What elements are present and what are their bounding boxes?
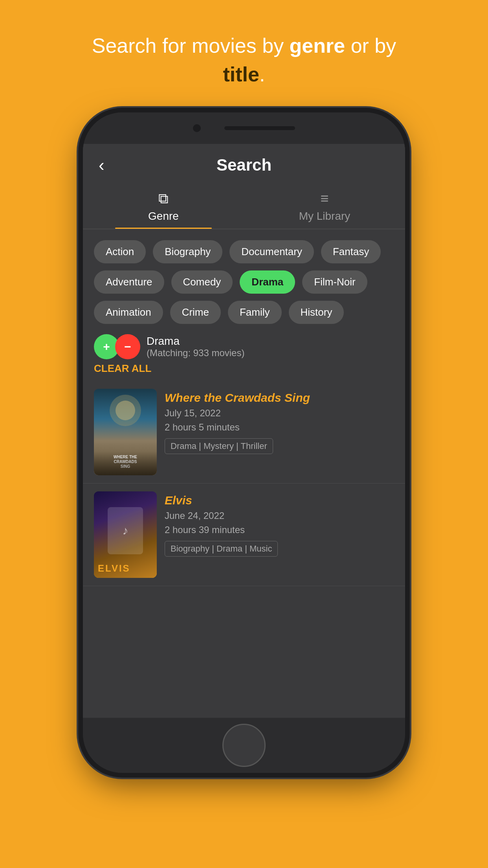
hero-title-word: title	[223, 63, 259, 86]
movie-genres-crawdads: Drama | Mystery | Thriller	[165, 438, 273, 454]
tab-genre[interactable]: ⧉ Genre	[83, 182, 244, 229]
movie-info-crawdads: Where the Crawdads Sing July 15, 2022 2 …	[165, 389, 394, 454]
genre-icon: ⧉	[158, 190, 169, 207]
clear-row: CLEAR ALL	[83, 362, 405, 381]
filter-icons: + −	[94, 334, 140, 359]
movie-item-elvis[interactable]: ♪ ELVIS Elvis June 24, 2022 2 hours 39 m…	[83, 484, 405, 586]
phone-screen: ‹ Search ⧉ Genre ≡ My Library Action Bio…	[83, 144, 405, 718]
movie-item-crawdads[interactable]: WHERE THECRAWDADSSING Where the Crawdads…	[83, 381, 405, 484]
genre-grid: Action Biography Documentary Fantasy Adv…	[83, 229, 405, 328]
movie-poster-elvis: ♪ ELVIS	[94, 491, 157, 578]
genre-chip-family[interactable]: Family	[228, 301, 282, 324]
screen-header: ‹ Search	[83, 144, 405, 175]
filter-match-count: (Matching: 933 movies)	[147, 348, 394, 359]
movie-duration-elvis: 2 hours 39 minutes	[165, 524, 394, 535]
genre-chip-fantasy[interactable]: Fantasy	[321, 240, 381, 263]
screen-title: Search	[216, 156, 272, 175]
genre-chip-biography[interactable]: Biography	[153, 240, 222, 263]
filter-info: Drama (Matching: 933 movies)	[147, 335, 394, 359]
movie-genres-elvis: Biography | Drama | Music	[165, 541, 278, 557]
filter-row: + − Drama (Matching: 933 movies)	[83, 328, 405, 362]
movies-list: WHERE THECRAWDADSSING Where the Crawdads…	[83, 381, 405, 718]
back-button[interactable]: ‹	[99, 155, 105, 175]
genre-chip-action[interactable]: Action	[94, 240, 146, 263]
phone-bottom	[83, 718, 405, 773]
genre-chip-documentary[interactable]: Documentary	[229, 240, 314, 263]
movie-title-crawdads: Where the Crawdads Sing	[165, 391, 394, 405]
hero-line1: Search for movies by genre or by	[92, 34, 396, 57]
genre-chip-history[interactable]: History	[289, 301, 344, 324]
filter-genre-name: Drama	[147, 335, 394, 348]
movie-poster-crawdads: WHERE THECRAWDADSSING	[94, 389, 157, 475]
poster-crawdads-text: WHERE THECRAWDADSSING	[95, 452, 155, 472]
phone-top-bar	[83, 112, 405, 144]
clear-all-button[interactable]: CLEAR ALL	[94, 362, 394, 375]
movie-date-crawdads: July 15, 2022	[165, 408, 394, 419]
home-button[interactable]	[222, 724, 266, 767]
genre-chip-animation[interactable]: Animation	[94, 301, 163, 324]
genre-chip-comedy[interactable]: Comedy	[171, 270, 233, 294]
hero-text: Search for movies by genre or by title.	[61, 31, 428, 89]
library-icon: ≡	[320, 190, 328, 207]
movie-duration-crawdads: 2 hours 5 minutes	[165, 422, 394, 433]
tab-library-label: My Library	[299, 210, 350, 223]
tabs-container: ⧉ Genre ≡ My Library	[83, 182, 405, 229]
phone-shell: ‹ Search ⧉ Genre ≡ My Library Action Bio…	[83, 112, 405, 773]
tab-genre-label: Genre	[148, 210, 179, 223]
genre-chip-adventure[interactable]: Adventure	[94, 270, 164, 294]
genre-chip-crime[interactable]: Crime	[170, 301, 221, 324]
camera-dot	[193, 124, 201, 132]
movie-info-elvis: Elvis June 24, 2022 2 hours 39 minutes B…	[165, 491, 394, 557]
genre-chip-film-noir[interactable]: Film-Noir	[302, 270, 367, 294]
tab-library[interactable]: ≡ My Library	[244, 182, 405, 229]
genre-chip-drama[interactable]: Drama	[240, 270, 295, 294]
movie-date-elvis: June 24, 2022	[165, 510, 394, 521]
filter-minus-button[interactable]: −	[115, 334, 140, 359]
movie-title-elvis: Elvis	[165, 494, 394, 507]
poster-elvis-text: ELVIS	[98, 563, 130, 574]
speaker-bar	[224, 126, 295, 130]
